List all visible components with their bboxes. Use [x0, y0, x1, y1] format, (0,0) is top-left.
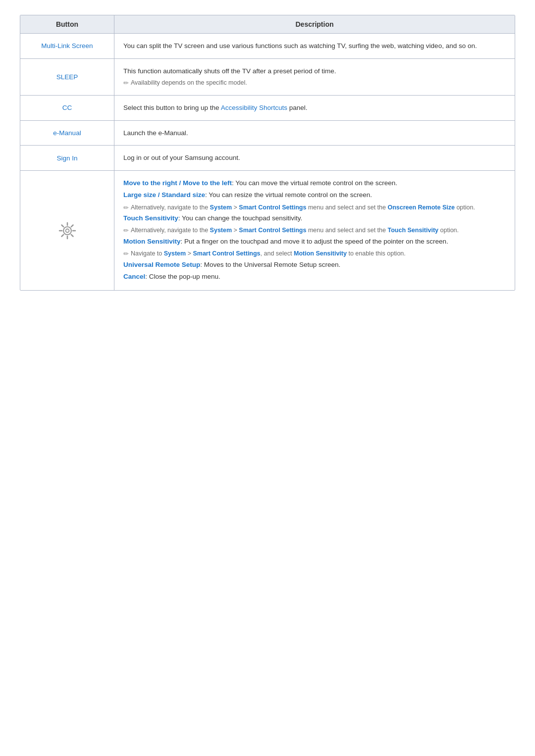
move-right-left-desc: : You can move the virtual remote contro…: [232, 179, 397, 187]
button-cell-cc: CC: [20, 96, 114, 120]
note-icon-sleep: ✏: [123, 78, 129, 88]
move-right-left-para: Move to the right / Move to the left: Yo…: [123, 178, 506, 189]
smart-settings-label-2: Smart Control Settings: [239, 227, 306, 234]
button-cell-gear: [20, 171, 114, 290]
universal-remote-label: Universal Remote Setup: [123, 261, 200, 268]
note-1-text: Alternatively, navigate to the System > …: [131, 202, 475, 213]
svg-point-1: [65, 229, 69, 232]
system-label-2: System: [210, 227, 232, 234]
table-row: CC Select this button to bring up the Ac…: [20, 96, 515, 121]
main-table: Button Description Multi-Link Screen You…: [20, 15, 515, 291]
multi-link-screen-label: Multi-Link Screen: [41, 42, 93, 50]
sleep-main-text: This function automatically shuts off th…: [123, 66, 506, 77]
cancel-label: Cancel: [123, 273, 145, 280]
desc-cell-cc: Select this button to bring up the Acces…: [114, 96, 515, 120]
sleep-note-text: Availability depends on the specific mod…: [131, 78, 247, 88]
note-icon-1: ✏: [123, 203, 129, 213]
note-line-1: ✏ Alternatively, navigate to the System …: [123, 202, 506, 213]
table-row: e-Manual Launch the e-Manual.: [20, 121, 515, 146]
motion-sensitivity-option-label: Motion Sensitivity: [294, 250, 347, 257]
gear-icon: [57, 220, 78, 241]
table-row: SLEEP This function automatically shuts …: [20, 59, 515, 96]
sleep-label: SLEEP: [56, 73, 78, 81]
desc-cell-multi-link: You can split the TV screen and use vari…: [114, 34, 515, 58]
system-label-3: System: [164, 250, 186, 257]
multi-link-desc: You can split the TV screen and use vari…: [123, 42, 477, 50]
cancel-desc: : Close the pop-up menu.: [145, 273, 220, 280]
svg-point-0: [63, 227, 71, 235]
touch-sensitivity-label: Touch Sensitivity: [123, 214, 178, 222]
svg-line-6: [61, 225, 63, 227]
smart-settings-label-3: Smart Control Settings: [193, 250, 260, 257]
universal-remote-para: Universal Remote Setup: Moves to the Uni…: [123, 259, 506, 270]
cancel-para: Cancel: Close the pop-up menu.: [123, 271, 506, 282]
cc-desc-2: panel.: [287, 104, 308, 111]
emanual-desc: Launch the e-Manual.: [123, 129, 188, 137]
signin-label: Sign In: [56, 154, 77, 162]
svg-line-7: [71, 235, 73, 237]
note-line-3: ✏ Navigate to System > Smart Control Set…: [123, 249, 506, 259]
desc-cell-gear: Move to the right / Move to the left: Yo…: [114, 171, 515, 290]
svg-line-9: [71, 225, 73, 227]
button-cell-sleep: SLEEP: [20, 59, 114, 96]
button-cell-emanual: e-Manual: [20, 121, 114, 146]
touch-sensitivity-desc: : You can change the touchpad sensitivit…: [178, 214, 302, 222]
motion-sensitivity-para: Motion Sensitivity: Put a finger on the …: [123, 236, 506, 247]
large-standard-desc: : You can resize the virtual remote cont…: [205, 191, 372, 199]
table-header: Button Description: [20, 15, 515, 34]
sleep-note-line: ✏ Availability depends on the specific m…: [123, 78, 506, 88]
desc-cell-emanual: Launch the e-Manual.: [114, 121, 515, 146]
signin-desc: Log in or out of your Samsung account.: [123, 154, 240, 161]
motion-sensitivity-desc: : Put a finger on the touchpad and move …: [181, 238, 448, 245]
move-right-left-label: Move to the right / Move to the left: [123, 179, 232, 187]
touch-sensitivity-para: Touch Sensitivity: You can change the to…: [123, 213, 506, 224]
note-icon-3: ✏: [123, 249, 129, 259]
note-line-2: ✏ Alternatively, navigate to the System …: [123, 225, 506, 236]
cc-label: CC: [62, 104, 72, 111]
header-button-col: Button: [20, 15, 114, 33]
motion-sensitivity-label: Motion Sensitivity: [123, 238, 181, 245]
universal-remote-desc: : Moves to the Universal Remote Setup sc…: [200, 261, 340, 268]
table-row: Move to the right / Move to the left: Yo…: [20, 171, 515, 290]
smart-settings-label-1: Smart Control Settings: [239, 204, 306, 211]
button-cell-multi-link: Multi-Link Screen: [20, 34, 114, 58]
table-row: Sign In Log in or out of your Samsung ac…: [20, 146, 515, 171]
emanual-label: e-Manual: [53, 129, 81, 137]
touch-sens-option-label: Touch Sensitivity: [387, 227, 438, 234]
system-label-1: System: [210, 204, 232, 211]
cc-desc-1: Select this button to bring up the: [123, 104, 221, 111]
note-2-text: Alternatively, navigate to the System > …: [131, 225, 459, 236]
large-standard-label: Large size / Standard size: [123, 191, 205, 199]
large-standard-para: Large size / Standard size: You can resi…: [123, 190, 506, 201]
header-description-col: Description: [114, 15, 515, 33]
note-icon-2: ✏: [123, 226, 129, 236]
desc-cell-signin: Log in or out of your Samsung account.: [114, 146, 515, 170]
onscreen-label: Onscreen Remote Size: [387, 204, 454, 211]
svg-line-8: [61, 235, 63, 237]
note-3-text: Navigate to System > Smart Control Setti…: [131, 249, 406, 259]
button-cell-signin: Sign In: [20, 146, 114, 170]
desc-cell-sleep: This function automatically shuts off th…: [114, 59, 515, 96]
table-row: Multi-Link Screen You can split the TV s…: [20, 34, 515, 59]
accessibility-shortcuts-link: Accessibility Shortcuts: [221, 104, 287, 111]
